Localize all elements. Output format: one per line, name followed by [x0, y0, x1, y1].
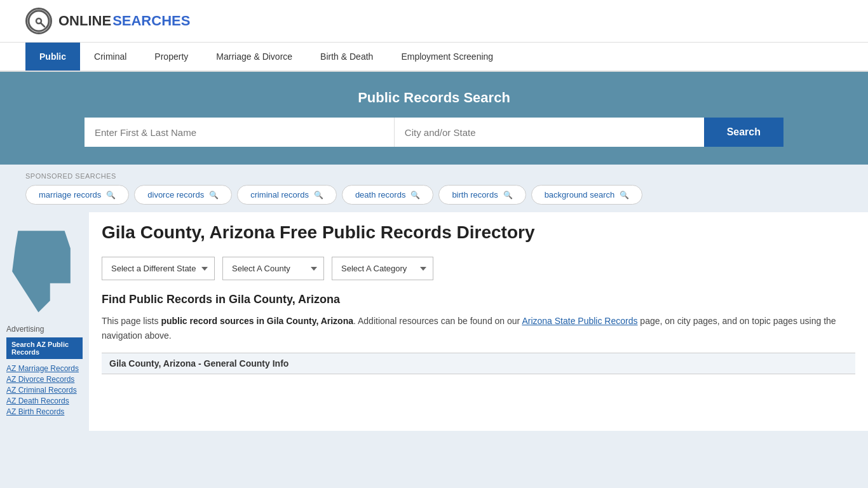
nav-criminal[interactable]: Criminal: [80, 43, 140, 71]
tag-birth-label: birth records: [452, 190, 498, 200]
search-form: Search: [85, 118, 783, 147]
nav-birth-death[interactable]: Birth & Death: [306, 43, 387, 71]
find-heading: Find Public Records in Gila County, Ariz…: [102, 293, 855, 306]
sidebar-link-marriage[interactable]: AZ Marriage Records: [6, 364, 83, 373]
svg-line-1: [41, 23, 44, 27]
name-input[interactable]: [85, 118, 395, 147]
section-subheading: Gila County, Arizona - General County In…: [102, 353, 855, 374]
location-input[interactable]: [395, 118, 704, 147]
main-content: Gila County, Arizona Free Public Records…: [89, 212, 868, 431]
tag-criminal-label: criminal records: [250, 190, 309, 200]
sponsored-searches: SPONSORED SEARCHES marriage records 🔍 di…: [0, 165, 868, 212]
logo-searches: SEARCHES: [112, 13, 190, 29]
category-dropdown[interactable]: Select A Category: [332, 257, 433, 280]
page-title: Gila County, Arizona Free Public Records…: [102, 221, 855, 244]
county-dropdown[interactable]: Select A County: [222, 257, 324, 280]
tag-divorce-records[interactable]: divorce records 🔍: [134, 185, 232, 205]
tag-death-label: death records: [355, 190, 406, 200]
state-dropdown[interactable]: Select a Different State: [102, 257, 215, 280]
logo-online: ONLINE: [58, 13, 111, 29]
sidebar: Advertising Search AZ Public Records AZ …: [0, 212, 89, 431]
nav-employment-screening[interactable]: Employment Screening: [387, 43, 507, 71]
tag-background-search[interactable]: background search 🔍: [531, 185, 643, 205]
tag-marriage-records[interactable]: marriage records 🔍: [25, 185, 129, 205]
tag-criminal-records[interactable]: criminal records 🔍: [237, 185, 337, 205]
main-nav: Public Criminal Property Marriage & Divo…: [0, 43, 868, 72]
desc-bold: public record sources in Gila County, Ar…: [161, 316, 353, 326]
tag-death-records[interactable]: death records 🔍: [342, 185, 434, 205]
desc-part1: This page lists: [102, 316, 161, 326]
az-map: [6, 225, 76, 313]
search-banner: Public Records Search Search: [0, 72, 868, 165]
logo-text: ONLINE SEARCHES: [58, 13, 190, 29]
nav-property[interactable]: Property: [140, 43, 202, 71]
tag-marriage-label: marriage records: [39, 190, 101, 200]
site-header: ONLINE SEARCHES: [0, 0, 868, 43]
search-icon-0: 🔍: [106, 191, 116, 200]
desc-link[interactable]: Arizona State Public Records: [522, 316, 637, 326]
search-icon-4: 🔍: [503, 191, 513, 200]
svg-point-0: [29, 11, 49, 31]
logo-icon: [25, 8, 52, 34]
sidebar-link-divorce[interactable]: AZ Divorce Records: [6, 375, 83, 384]
search-icon-2: 🔍: [314, 191, 323, 200]
desc-part2: . Additional resources can be found on o…: [353, 316, 522, 326]
search-banner-title: Public Records Search: [25, 90, 843, 106]
search-icon-1: 🔍: [209, 191, 219, 200]
main-area: Advertising Search AZ Public Records AZ …: [0, 212, 868, 431]
filter-dropdowns: Select a Different State Select A County…: [102, 257, 855, 280]
description-text: This page lists public record sources in…: [102, 314, 855, 342]
tag-divorce-label: divorce records: [147, 190, 204, 200]
search-icon-5: 🔍: [620, 191, 629, 200]
sidebar-link-death[interactable]: AZ Death Records: [6, 396, 83, 405]
search-button[interactable]: Search: [704, 118, 783, 147]
logo: ONLINE SEARCHES: [25, 8, 190, 34]
sidebar-link-criminal[interactable]: AZ Criminal Records: [6, 386, 83, 395]
advertising-label: Advertising: [6, 325, 83, 334]
nav-public[interactable]: Public: [25, 43, 80, 71]
sidebar-link-birth[interactable]: AZ Birth Records: [6, 407, 83, 416]
tag-birth-records[interactable]: birth records 🔍: [438, 185, 526, 205]
nav-marriage-divorce[interactable]: Marriage & Divorce: [202, 43, 306, 71]
tag-background-label: background search: [545, 190, 615, 200]
sponsored-label: SPONSORED SEARCHES: [25, 172, 843, 180]
search-icon-3: 🔍: [410, 191, 420, 200]
search-tags: marriage records 🔍 divorce records 🔍 cri…: [25, 185, 843, 205]
sidebar-ad-button[interactable]: Search AZ Public Records: [6, 337, 83, 359]
